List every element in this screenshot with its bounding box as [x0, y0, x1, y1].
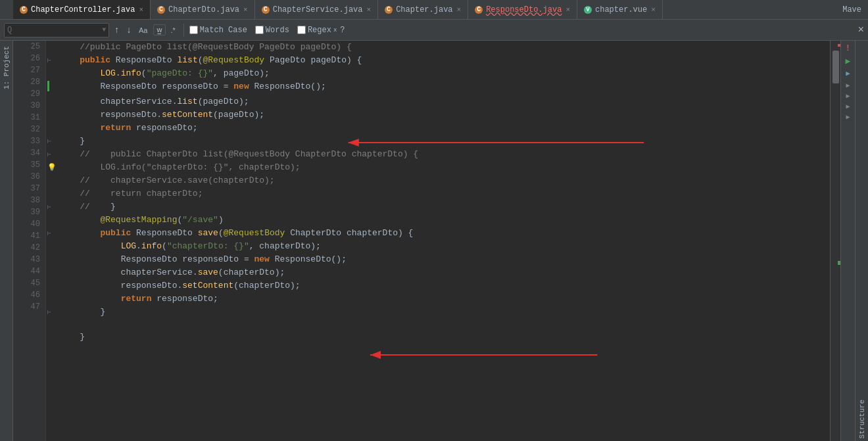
gutter-cell-25[interactable] [46, 41, 57, 54]
search-up-arrow[interactable]: ↑ [112, 25, 121, 35]
search-word-btn[interactable]: w̲ [153, 24, 166, 35]
code-scroll[interactable]: //public PageDto list(@RequestBody PageD… [46, 41, 830, 441]
search-input[interactable] [14, 26, 99, 35]
search-match-case-btn[interactable]: Aa [136, 26, 150, 35]
search-regex-btn[interactable]: .* [168, 26, 178, 35]
search-bar: Q ▼ ↑ ↓ Aa w̲ .* Match Case Words Regex … [0, 20, 868, 41]
gutter-cell-26[interactable]: ⊢ [46, 54, 57, 67]
tab-close-chapter-vue[interactable]: × [651, 6, 656, 14]
tab-close-chapter-dto[interactable]: × [243, 6, 248, 14]
right-toolbar: ! ▶ ▶ ▶ ▶ ▶ ▶ [840, 41, 855, 441]
regex-checkbox[interactable] [297, 26, 306, 34]
debug-button[interactable]: ▶ [846, 69, 850, 78]
code-panel: //public PageDto list(@RequestBody PageD… [46, 41, 830, 441]
line-number-42: 42 [13, 242, 45, 254]
error-badge[interactable]: ! [846, 43, 851, 53]
project-sidebar[interactable]: 1: Project [0, 41, 13, 441]
gutter-cell-29[interactable] [46, 95, 57, 108]
toolbar-btn-3[interactable]: ▶ [846, 103, 850, 110]
run-button[interactable]: ▶ [846, 56, 851, 66]
tab-close-chapter[interactable]: × [457, 6, 462, 14]
tab-chapter-dto[interactable]: C ChapterDto.java × [151, 0, 255, 20]
gutter-cell-28[interactable] [46, 80, 57, 95]
search-close-btn[interactable]: × [857, 24, 864, 36]
gutter-cell-27[interactable] [46, 67, 57, 80]
search-input-wrap[interactable]: Q ▼ [4, 23, 109, 37]
fold-icon[interactable]: ⊢ [47, 230, 51, 237]
match-case-option[interactable]: Match Case [189, 26, 247, 35]
scroll-thumb[interactable] [832, 51, 839, 83]
line-row: return responseDto; [46, 292, 830, 306]
tab-close-chapter-service[interactable]: × [367, 6, 372, 14]
search-dropdown-icon[interactable]: ▼ [102, 26, 106, 34]
fold-icon[interactable]: ⊢ [47, 204, 51, 211]
line-number-30: 30 [13, 100, 45, 112]
tab-chapter-controller[interactable]: C ChapterController.java × [13, 0, 151, 20]
gutter-cell-41[interactable] [46, 253, 57, 266]
gutter-cell-40[interactable] [46, 240, 57, 253]
line-number-32: 32 [13, 124, 45, 135]
words-checkbox[interactable] [255, 26, 264, 34]
structure-label[interactable]: Structure [858, 400, 866, 438]
toolbar-btn-1[interactable]: ▶ [846, 81, 850, 89]
line-number-41: 41 [13, 230, 45, 242]
code-cell-33: // public ChapterDto list(@RequestBody C… [57, 148, 830, 161]
code-cell-41: ResponseDto responseDto = new ResponseDt… [57, 253, 830, 266]
gutter-cell-45[interactable]: ⊢ [46, 306, 57, 319]
tab-chapter[interactable]: C Chapter.java × [378, 0, 468, 20]
line-number-47: 47 [13, 301, 45, 313]
line-row: responseDto.setContent(pageDto); [46, 108, 830, 122]
match-case-checkbox[interactable] [189, 26, 198, 34]
fold-icon[interactable]: ⊢ [47, 57, 51, 64]
gutter-cell-43[interactable] [46, 279, 57, 292]
regex-subscript: x [333, 27, 337, 34]
tab-close-response-dto[interactable]: × [566, 6, 570, 14]
gutter-cell-46[interactable] [46, 319, 57, 331]
gutter-cell-37[interactable]: ⊢ [46, 200, 57, 214]
mave-label: Mave [842, 5, 868, 14]
line-row: ⊢ // } [46, 200, 830, 214]
words-option[interactable]: Words [255, 26, 289, 35]
minimap-panel[interactable] [830, 41, 840, 441]
code-cell-34: LOG.info("chapterDto: {}", chapterDto); [57, 161, 830, 174]
gutter-cell-47[interactable] [46, 331, 57, 344]
line-row: @RequestMapping("/save") [46, 214, 830, 227]
code-cell-37: // } [57, 200, 830, 214]
project-label[interactable]: 1: Project [3, 46, 11, 89]
tab-chapter-service[interactable]: C ChapterService.java × [255, 0, 378, 20]
code-cell-26: public ResponseDto list(@RequestBody Pag… [57, 54, 830, 67]
gutter-cell-42[interactable] [46, 266, 57, 279]
tab-icon-chapter-service: C [262, 6, 270, 14]
regex-option[interactable]: Regex x ? [297, 26, 345, 35]
search-down-arrow[interactable]: ↓ [124, 25, 133, 35]
tab-close-chapter-controller[interactable]: × [139, 6, 143, 14]
gutter-cell-33[interactable]: ⊢ [46, 148, 57, 161]
code-cell-29: chapterService.list(pageDto); [57, 95, 830, 108]
line-number-31: 31 [13, 112, 45, 124]
gutter-cell-38[interactable] [46, 214, 57, 227]
tab-response-dto[interactable]: C ResponseDto.java × [468, 0, 577, 20]
lightbulb-icon[interactable]: 💡 [47, 164, 57, 172]
structure-sidebar[interactable]: Structure [855, 41, 868, 441]
gutter-cell-30[interactable] [46, 108, 57, 122]
fold-icon[interactable]: ⊢ [47, 138, 51, 145]
code-cell-25: //public PageDto list(@RequestBody PageD… [57, 41, 830, 54]
line-row: LOG.info("chapterDto: {}", chapterDto); [46, 240, 830, 253]
tab-bar: C ChapterController.java × C ChapterDto.… [0, 0, 868, 20]
gutter-cell-39[interactable]: ⊢ [46, 227, 57, 240]
gutter-cell-34[interactable]: 💡 [46, 161, 57, 174]
gutter-cell-35[interactable] [46, 174, 57, 187]
toolbar-btn-4[interactable]: ▶ [846, 113, 850, 121]
toolbar-btn-2[interactable]: ▶ [846, 92, 850, 100]
gutter-cell-31[interactable] [46, 122, 57, 135]
gutter-cell-36[interactable] [46, 187, 57, 200]
code-cell-31: return responseDto; [57, 122, 830, 135]
gutter-cell-32[interactable]: ⊢ [46, 135, 57, 148]
help-icon[interactable]: ? [340, 26, 345, 35]
tab-chapter-vue[interactable]: V chapter.vue × [577, 0, 663, 20]
line-row: ⊢ } [46, 135, 830, 148]
code-cell-43: responseDto.setContent(chapterDto); [57, 279, 830, 292]
fold-icon[interactable]: ⊢ [47, 151, 51, 158]
gutter-cell-44[interactable] [46, 292, 57, 306]
fold-icon[interactable]: ⊢ [47, 309, 51, 316]
